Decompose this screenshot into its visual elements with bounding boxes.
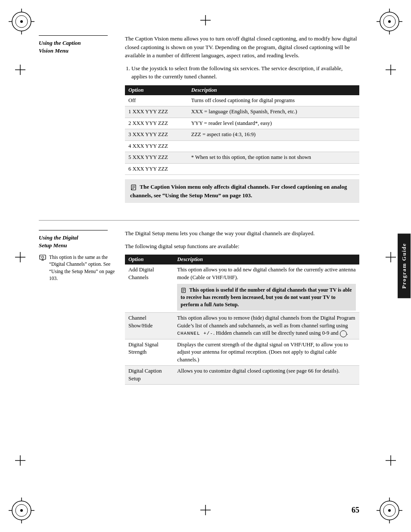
section1-table-row: 3 XXX YYY ZZZZZZ = aspect ratio (4:3, 16… bbox=[125, 129, 359, 141]
section1-table-row: OffTurns off closed captioning for digit… bbox=[125, 95, 359, 106]
section1-table: Option Description OffTurns off closed c… bbox=[125, 85, 359, 175]
section1-option-cell: 6 XXX YYY ZZZ bbox=[125, 163, 188, 175]
section1-option-cell: Off bbox=[125, 95, 188, 106]
svg-point-2 bbox=[20, 20, 23, 23]
section1-note-content: The Caption Vision menu only affects dig… bbox=[130, 184, 347, 199]
section2-option-cell: Channel Show/Hide bbox=[125, 313, 174, 339]
svg-rect-48 bbox=[40, 255, 46, 259]
section1-desc-cell bbox=[188, 163, 359, 175]
section-divider-hr bbox=[39, 220, 359, 221]
section1-table-row: 4 XXX YYY ZZZ bbox=[125, 140, 359, 152]
crosshair-right-top bbox=[386, 65, 396, 77]
section2-table: Option Description Add Digital ChannelsT… bbox=[125, 255, 359, 385]
section-digital-setup: Using the Digital Setup Menu This option… bbox=[39, 229, 359, 389]
bold-note-icon bbox=[181, 287, 187, 293]
crosshair-left-bot bbox=[15, 455, 25, 467]
section2-table-row: Add Digital ChannelsThis option allows y… bbox=[125, 264, 359, 313]
section1-steps: Use the joystick to select from the foll… bbox=[131, 64, 359, 81]
section2-intro1: The Digital Setup menu lets you change t… bbox=[125, 229, 359, 238]
section1-option-cell: 1 XXX YYY ZZZ bbox=[125, 106, 188, 118]
page-container: Program Guide Using the Caption Vision M… bbox=[0, 0, 411, 532]
section1-col2-header: Description bbox=[188, 85, 359, 95]
sidebar-tab: Program Guide bbox=[398, 233, 411, 298]
note-pencil-icon bbox=[130, 184, 137, 191]
section2-body: The Digital Setup menu lets you change t… bbox=[125, 229, 359, 389]
section2-desc-cell: Displays the current strength of the dig… bbox=[174, 339, 359, 366]
section2-desc-cell: This option allows you to remove (hide) … bbox=[174, 313, 359, 339]
section1-body: The Caption Vision menu allows you to tu… bbox=[125, 34, 359, 207]
section1-note-text: The Caption Vision menu only affects dig… bbox=[130, 183, 354, 199]
section1-option-cell: 3 XXX YYY ZZZ bbox=[125, 129, 188, 141]
section2-option-cell: Digital Signal Strength bbox=[125, 339, 174, 366]
section2-side-icon-text: This option is the same as the “Digital … bbox=[49, 254, 116, 281]
section2-col1-header: Option bbox=[125, 255, 174, 264]
section2-option-cell: Digital Caption Setup bbox=[125, 366, 174, 385]
section2-table-header: Option Description bbox=[125, 255, 359, 264]
section2-intro2: The following digital setup functions ar… bbox=[125, 242, 359, 251]
section2-table-row: Digital Caption SetupAllows you to custo… bbox=[125, 366, 359, 385]
section2-divider bbox=[39, 230, 108, 230]
crosshair-top-center bbox=[200, 15, 211, 27]
section2-col2-header: Description bbox=[174, 255, 359, 264]
section1-table-row: 5 XXX YYY ZZZ* When set to this option, … bbox=[125, 152, 359, 164]
section1-step1-text: Use the joystick to select from the foll… bbox=[131, 65, 342, 80]
section1-desc-cell: Turns off closed captioning for digital … bbox=[188, 95, 359, 106]
section1-step1: Use the joystick to select from the foll… bbox=[131, 64, 359, 81]
svg-point-51 bbox=[42, 256, 44, 258]
crosshair-left-mid bbox=[15, 252, 25, 264]
section1-option-cell: 5 XXX YYY ZZZ bbox=[125, 152, 188, 164]
crosshair-right-mid bbox=[386, 252, 396, 264]
crosshair-bottom-center bbox=[200, 505, 211, 517]
sidebar-tab-container: Program Guide bbox=[397, 0, 411, 532]
crosshair-left-top bbox=[15, 65, 25, 77]
section2-title: Using the Digital Setup Menu bbox=[39, 234, 116, 249]
section2-label: Using the Digital Setup Menu This option… bbox=[39, 229, 125, 389]
section1-option-cell: 4 XXX YYY ZZZ bbox=[125, 140, 188, 152]
section2-desc-cell: This option allows you to add new digita… bbox=[174, 264, 359, 313]
section2-option-cell: Add Digital Channels bbox=[125, 264, 174, 313]
page-number: 65 bbox=[352, 506, 359, 515]
section1-desc-cell: ZZZ = aspect ratio (4:3, 16:9) bbox=[188, 129, 359, 141]
digital-channels-icon bbox=[39, 254, 47, 262]
section1-title: Using the Caption Vision Menu bbox=[39, 39, 116, 55]
section1-table-row: 6 XXX YYY ZZZ bbox=[125, 163, 359, 175]
sidebar-tab-label: Program Guide bbox=[401, 243, 407, 289]
section1-col1-header: Option bbox=[125, 85, 188, 95]
corner-decoration-bl bbox=[9, 498, 34, 523]
section1-table-header: Option Description bbox=[125, 85, 359, 95]
section1-desc-cell: XXX = language (English, Spanish, French… bbox=[188, 106, 359, 118]
section1-option-cell: 2 XXX YYY ZZZ bbox=[125, 118, 188, 129]
section1-desc-cell bbox=[188, 140, 359, 152]
crosshair-right-bot bbox=[386, 455, 396, 467]
section1-table-row: 2 XXX YYY ZZZYYY = reader level (standar… bbox=[125, 118, 359, 129]
section2-side-icon: This option is the same as the “Digital … bbox=[39, 254, 116, 281]
section1-divider bbox=[39, 35, 108, 36]
section1-table-row: 1 XXX YYY ZZZXXX = language (English, Sp… bbox=[125, 106, 359, 118]
section2-table-row: Channel Show/HideThis option allows you … bbox=[125, 313, 359, 339]
main-content: Using the Caption Vision Menu The Captio… bbox=[39, 34, 359, 498]
section1-intro: The Caption Vision menu allows you to tu… bbox=[125, 34, 359, 60]
svg-point-9 bbox=[388, 20, 391, 23]
section2-desc-cell: Allows you to customize digital closed c… bbox=[174, 366, 359, 385]
svg-point-16 bbox=[20, 509, 23, 512]
corner-decoration-tl bbox=[9, 9, 34, 34]
section1-note: The Caption Vision menu only affects dig… bbox=[125, 179, 359, 203]
section1-label: Using the Caption Vision Menu bbox=[39, 34, 125, 207]
section1-desc-cell: YYY = reader level (standard*, easy) bbox=[188, 118, 359, 129]
section1-desc-cell: * When set to this option, the option na… bbox=[188, 152, 359, 164]
svg-point-23 bbox=[388, 509, 391, 512]
section2-table-row: Digital Signal StrengthDisplays the curr… bbox=[125, 339, 359, 366]
section-caption-vision: Using the Caption Vision Menu The Captio… bbox=[39, 34, 359, 207]
